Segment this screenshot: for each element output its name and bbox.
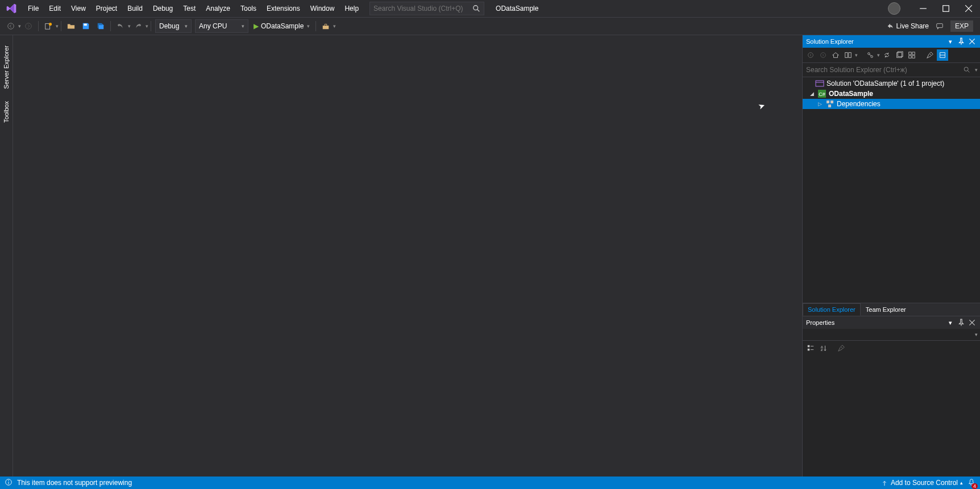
svg-rect-18	[849, 53, 851, 58]
nav-back-button[interactable]	[5, 20, 17, 32]
solution-explorer-search[interactable]: ▾	[803, 63, 980, 77]
menu-edit[interactable]: Edit	[44, 0, 66, 17]
menu-bar: FileEditViewProjectBuildDebugTestAnalyze…	[0, 0, 980, 18]
menu-build[interactable]: Build	[122, 0, 148, 17]
svg-rect-24	[909, 52, 911, 55]
svg-point-19	[868, 53, 870, 55]
prop-dropdown-button[interactable]: ▾	[946, 318, 955, 327]
user-avatar-icon[interactable]	[888, 2, 900, 15]
svg-point-48	[8, 480, 9, 480]
tab-team-explorer[interactable]: Team Explorer	[861, 303, 911, 316]
new-item-button[interactable]	[42, 20, 55, 32]
svg-rect-17	[845, 53, 848, 58]
se-collapse-all-icon[interactable]	[906, 49, 917, 61]
se-sync-icon[interactable]	[881, 49, 892, 61]
panel-pin-button[interactable]	[957, 37, 966, 46]
svg-point-6	[8, 23, 14, 30]
live-share-button[interactable]: Live Share	[884, 20, 931, 32]
se-refresh-icon[interactable]	[894, 49, 905, 61]
svg-point-15	[808, 53, 813, 58]
se-back-icon[interactable]	[805, 49, 816, 61]
redo-button[interactable]	[132, 20, 144, 32]
svg-point-7	[26, 23, 32, 30]
menu-extensions[interactable]: Extensions	[261, 0, 305, 17]
global-search[interactable]	[369, 2, 484, 15]
notifications-button[interactable]: 4	[967, 478, 975, 488]
svg-line-1	[477, 10, 480, 12]
properties-toolbar: AZ	[803, 341, 980, 356]
menu-view[interactable]: View	[66, 0, 91, 17]
prop-pin-button[interactable]	[957, 318, 966, 327]
start-debug-button[interactable]: ▶ODataSample▾	[251, 20, 312, 32]
menu-file[interactable]: File	[23, 0, 44, 17]
se-pending-changes-icon[interactable]	[865, 49, 876, 61]
se-properties-icon[interactable]	[924, 49, 936, 61]
svg-point-30	[964, 67, 968, 71]
menu-tools[interactable]: Tools	[235, 0, 261, 17]
svg-point-9	[49, 23, 52, 26]
source-control-button[interactable]: Add to Source Control ▴	[881, 479, 963, 487]
se-fwd-icon[interactable]	[817, 49, 829, 61]
misc-tool-button[interactable]	[319, 20, 332, 32]
svg-rect-11	[323, 26, 329, 29]
side-tab-server-explorer[interactable]: Server Explorer	[2, 41, 11, 93]
minimize-button[interactable]	[912, 0, 935, 17]
undo-button[interactable]	[114, 20, 127, 32]
svg-rect-37	[828, 105, 831, 107]
solution-explorer-title-text: Solution Explorer	[806, 38, 854, 45]
properties-title[interactable]: Properties ▾	[803, 316, 980, 329]
svg-point-0	[474, 6, 478, 10]
svg-line-31	[968, 71, 970, 73]
panel-close-button[interactable]	[967, 37, 977, 46]
status-info-icon	[5, 478, 13, 488]
svg-rect-40	[808, 345, 810, 348]
panel-dropdown-button[interactable]: ▾	[946, 37, 955, 46]
prop-wrench-icon[interactable]	[836, 342, 847, 354]
tab-solution-explorer[interactable]: Solution Explorer	[803, 303, 861, 316]
expand-icon[interactable]: ▷	[816, 101, 823, 107]
svg-rect-36	[830, 101, 833, 103]
solution-node[interactable]: Solution 'ODataSample' (1 of 1 project)	[803, 78, 980, 89]
prop-categorized-icon[interactable]	[805, 342, 816, 354]
open-file-button[interactable]	[65, 20, 77, 32]
dependencies-node[interactable]: ▷ Dependencies	[803, 99, 980, 109]
side-tab-toolbox[interactable]: Toolbox	[2, 97, 11, 127]
save-all-button[interactable]	[94, 20, 107, 32]
svg-rect-26	[909, 56, 911, 58]
menu-help[interactable]: Help	[339, 0, 364, 17]
menu-analyze[interactable]: Analyze	[201, 0, 235, 17]
search-icon[interactable]	[470, 2, 483, 15]
se-show-all-icon[interactable]	[937, 49, 948, 61]
svg-rect-27	[912, 56, 915, 58]
solution-explorer-title[interactable]: Solution Explorer ▾	[803, 35, 980, 48]
solution-explorer-search-input[interactable]	[803, 64, 961, 76]
collapse-icon[interactable]: ◢	[808, 91, 815, 97]
maximize-button[interactable]	[935, 0, 957, 17]
feedback-button[interactable]	[933, 20, 946, 32]
svg-rect-25	[912, 52, 915, 55]
close-button[interactable]	[957, 0, 980, 17]
left-dock-tabs: Server ExplorerToolbox	[0, 35, 13, 477]
platform-dropdown[interactable]: Any CPU▾	[195, 19, 248, 33]
nav-fwd-button[interactable]	[22, 20, 35, 32]
prop-alpha-icon[interactable]: AZ	[817, 342, 829, 354]
app-title: ODataSample	[496, 5, 538, 12]
save-button[interactable]	[80, 20, 92, 32]
global-search-input[interactable]	[370, 5, 469, 12]
solution-tree[interactable]: Solution 'ODataSample' (1 of 1 project) …	[803, 77, 980, 303]
prop-object-selector[interactable]: ▾	[803, 329, 980, 341]
se-home-icon[interactable]	[830, 49, 841, 61]
menu-test[interactable]: Test	[178, 0, 201, 17]
svg-point-16	[821, 53, 826, 58]
svg-text:Z: Z	[821, 348, 823, 352]
solution-icon	[815, 79, 824, 88]
menu-project[interactable]: Project	[91, 0, 122, 17]
prop-close-button[interactable]	[967, 318, 977, 327]
exp-button[interactable]: EXP	[950, 20, 973, 32]
project-node[interactable]: ◢ C# ODataSample	[803, 89, 980, 99]
config-dropdown[interactable]: Debug▾	[155, 19, 192, 33]
menu-debug[interactable]: Debug	[148, 0, 178, 17]
se-switch-views-icon[interactable]	[842, 49, 854, 61]
menu-window[interactable]: Window	[305, 0, 340, 17]
se-search-icon[interactable]	[961, 64, 973, 76]
